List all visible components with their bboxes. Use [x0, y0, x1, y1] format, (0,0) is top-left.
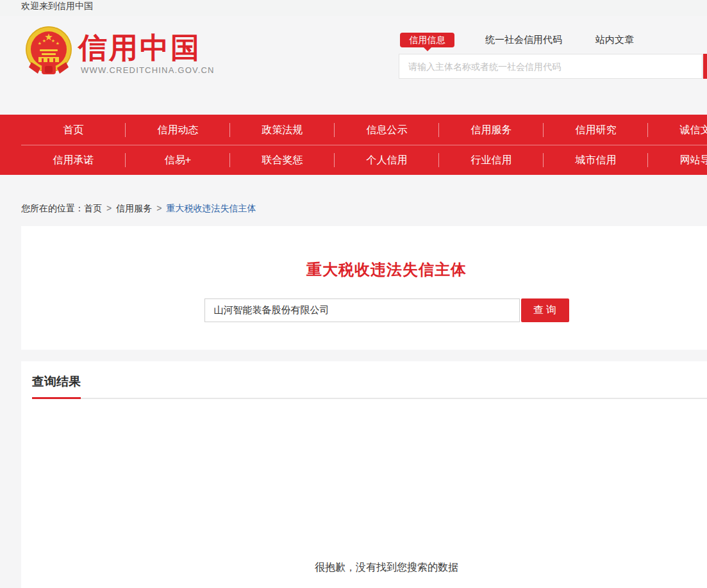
- header-search-input[interactable]: [399, 54, 703, 79]
- breadcrumb-current-page[interactable]: 重大税收违法失信主体: [166, 203, 256, 213]
- tab-site-articles[interactable]: 站内文章: [595, 34, 634, 46]
- svg-text:★: ★: [51, 38, 55, 43]
- main-nav: 首页 信用动态 政策法规 信息公示 信用服务 信用研究 诚信文化 信用承诺 信易…: [0, 115, 707, 175]
- svg-text:★: ★: [42, 38, 46, 43]
- nav-item-joint-reward-punishment[interactable]: 联合奖惩: [230, 145, 335, 175]
- results-header: 查询结果: [32, 361, 707, 399]
- breadcrumb-prefix: 您所在的位置：: [21, 203, 84, 213]
- nav-item-policies[interactable]: 政策法规: [230, 115, 335, 145]
- nav-item-info-disclosure[interactable]: 信息公示: [335, 115, 439, 145]
- breadcrumb-credit-services[interactable]: 信用服务: [116, 203, 152, 213]
- svg-text:★: ★: [56, 41, 60, 45]
- logo-title[interactable]: 信用中国: [78, 29, 201, 67]
- nav-row-2: 信用承诺 信易+ 联合奖惩 个人信用 行业信用 城市信用 网站导航: [21, 145, 707, 175]
- query-submit-button[interactable]: 查 询: [521, 298, 569, 322]
- nav-item-integrity-culture[interactable]: 诚信文化: [648, 115, 707, 145]
- nav-item-xinyi-plus[interactable]: 信易+: [126, 145, 230, 175]
- nav-item-personal-credit[interactable]: 个人信用: [335, 145, 439, 175]
- header-search-button[interactable]: [703, 54, 707, 79]
- national-emblem-logo[interactable]: ★ ★ ★ ★ ★: [24, 25, 74, 79]
- nav-item-home[interactable]: 首页: [21, 115, 126, 145]
- svg-text:★: ★: [38, 41, 42, 45]
- welcome-text: 欢迎来到信用中国: [21, 1, 93, 12]
- results-heading: 查询结果: [32, 373, 81, 399]
- tab-credit-info[interactable]: 信用信息: [400, 33, 454, 47]
- nav-item-credit-research[interactable]: 信用研究: [544, 115, 648, 145]
- top-welcome-bar: 欢迎来到信用中国: [0, 0, 707, 16]
- query-search-row: 查 询: [21, 298, 707, 322]
- query-panel: 重大税收违法失信主体 查 询: [21, 226, 707, 350]
- nav-item-credit-commitment[interactable]: 信用承诺: [21, 145, 126, 175]
- breadcrumb-home[interactable]: 首页: [84, 203, 102, 213]
- breadcrumb: 您所在的位置：首页>信用服务>重大税收违法失信主体: [21, 203, 707, 213]
- nav-item-industry-credit[interactable]: 行业信用: [439, 145, 544, 175]
- nav-item-credit-news[interactable]: 信用动态: [126, 115, 230, 145]
- empty-results-message: 很抱歉，没有找到您搜索的数据: [21, 561, 707, 575]
- nav-item-credit-services[interactable]: 信用服务: [439, 115, 544, 145]
- results-panel: 查询结果 很抱歉，没有找到您搜索的数据: [21, 361, 707, 588]
- page-title: 重大税收违法失信主体: [21, 259, 707, 280]
- entity-name-input[interactable]: [204, 298, 520, 322]
- nav-item-site-map[interactable]: 网站导航: [648, 145, 707, 175]
- breadcrumb-separator: >: [106, 203, 112, 213]
- nav-item-city-credit[interactable]: 城市信用: [544, 145, 648, 175]
- tab-social-credit-code[interactable]: 统一社会信用代码: [485, 34, 562, 46]
- breadcrumb-separator: >: [156, 203, 162, 213]
- site-header: ★ ★ ★ ★ ★ 信用中国 WWW.CREDITCHINA.GOV.CN 信用…: [0, 16, 707, 115]
- logo-url: WWW.CREDITCHINA.GOV.CN: [81, 65, 215, 75]
- tab-pointer-icon: [424, 47, 431, 51]
- nav-row-1: 首页 信用动态 政策法规 信息公示 信用服务 信用研究 诚信文化: [21, 115, 707, 145]
